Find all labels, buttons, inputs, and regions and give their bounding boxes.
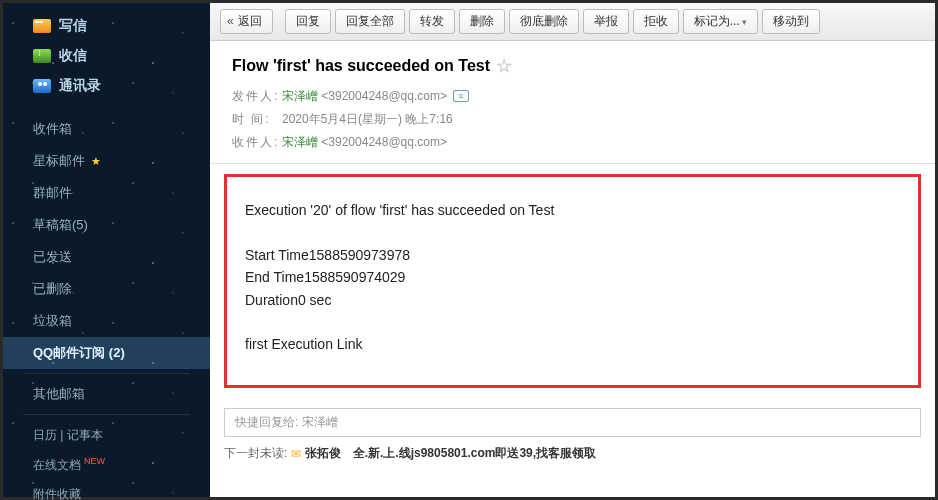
delete-button[interactable]: 删除 (459, 9, 505, 34)
mail-from: 发件人: 宋泽嶒 <392004248@qq.com> (232, 85, 915, 108)
folder-trash[interactable]: 垃圾箱 (3, 305, 210, 337)
new-badge: NEW (84, 456, 105, 466)
move-to-button[interactable]: 移动到 (762, 9, 820, 34)
envelope-icon: ✉ (291, 447, 301, 461)
folder-other[interactable]: 其他邮箱 (3, 378, 210, 410)
next-unread[interactable]: 下一封未读: ✉ 张拓俊 全.新.上.线js9805801.com即送39,找客… (224, 445, 921, 462)
toolbar: 返回 回复 回复全部 转发 删除 彻底删除 举报 拒收 标记为... 移动到 (210, 3, 935, 41)
main-panel: 返回 回复 回复全部 转发 删除 彻底删除 举报 拒收 标记为... 移动到 F… (210, 3, 935, 497)
quick-reply-input[interactable]: 快捷回复给: 宋泽嶒 (224, 408, 921, 437)
body-line: Execution '20' of flow 'first' has succe… (245, 199, 900, 221)
reject-button[interactable]: 拒收 (633, 9, 679, 34)
label: 通讯录 (59, 77, 101, 95)
back-button[interactable]: 返回 (220, 9, 273, 34)
sidebar-calendar[interactable]: 日历 | 记事本 (3, 421, 210, 450)
mail-to: 收件人: 宋泽嶒 <392004248@qq.com> (232, 131, 915, 154)
sidebar-contacts[interactable]: 通讯录 (3, 71, 210, 101)
label: 收信 (59, 47, 87, 65)
mail-header: Flow 'first' has succeeded on Test ☆ 发件人… (210, 41, 935, 164)
download-icon (33, 49, 51, 63)
folder-subscription[interactable]: QQ邮件订阅 (2) (3, 337, 210, 369)
star-toggle-icon[interactable]: ☆ (496, 55, 512, 77)
folder-inbox[interactable]: 收件箱 (3, 113, 210, 145)
sidebar-attachments[interactable]: 附件收藏 (3, 480, 210, 500)
reply-button[interactable]: 回复 (285, 9, 331, 34)
compose-icon (33, 19, 51, 33)
body-line: Start Time1588590973978 (245, 244, 900, 266)
mail-time: 时 间: 2020年5月4日(星期一) 晚上7:16 (232, 108, 915, 131)
folder-drafts[interactable]: 草稿箱(5) (3, 209, 210, 241)
body-line: first Execution Link (245, 333, 900, 355)
folder-sent[interactable]: 已发送 (3, 241, 210, 273)
sidebar: 写信 收信 通讯录 收件箱 星标邮件 ★ 群邮件 草稿箱(5) 已发送 已删除 … (3, 3, 210, 497)
label: 写信 (59, 17, 87, 35)
reply-all-button[interactable]: 回复全部 (335, 9, 405, 34)
mail-subject: Flow 'first' has succeeded on Test ☆ (232, 55, 915, 77)
mail-body: Execution '20' of flow 'first' has succe… (224, 174, 921, 388)
contacts-icon (33, 79, 51, 93)
folder-group[interactable]: 群邮件 (3, 177, 210, 209)
body-line: Duration0 sec (245, 289, 900, 311)
sidebar-compose[interactable]: 写信 (3, 11, 210, 41)
body-line: End Time1588590974029 (245, 266, 900, 288)
folder-deleted[interactable]: 已删除 (3, 273, 210, 305)
star-icon: ★ (91, 155, 101, 167)
delete-permanent-button[interactable]: 彻底删除 (509, 9, 579, 34)
contact-card-icon[interactable] (453, 90, 469, 102)
forward-button[interactable]: 转发 (409, 9, 455, 34)
sidebar-docs[interactable]: 在线文档NEW (3, 450, 210, 480)
folder-starred[interactable]: 星标邮件 ★ (3, 145, 210, 177)
sidebar-receive[interactable]: 收信 (3, 41, 210, 71)
mark-as-button[interactable]: 标记为... (683, 9, 759, 34)
report-button[interactable]: 举报 (583, 9, 629, 34)
